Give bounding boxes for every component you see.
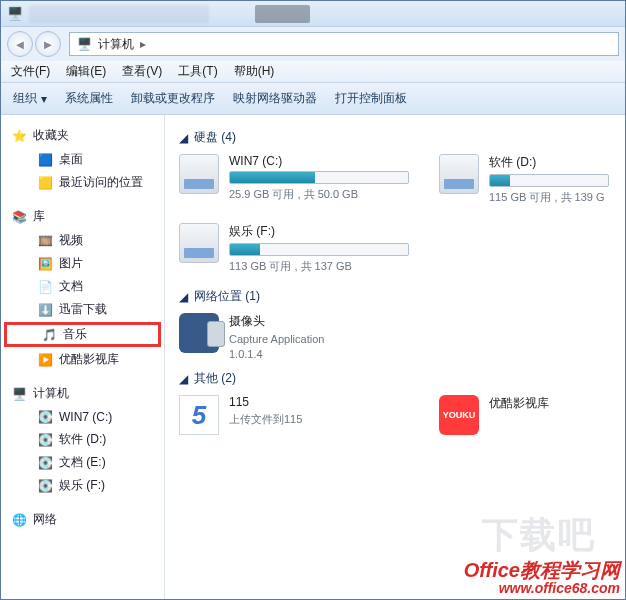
section-netloc[interactable]: ◢ 网络位置 (1) — [179, 288, 611, 305]
address-field[interactable]: 🖥️ 计算机 ▸ — [69, 32, 619, 56]
item-sub: 上传文件到115 — [229, 412, 302, 427]
toolbar-mapdrive[interactable]: 映射网络驱动器 — [233, 90, 317, 107]
drive-usage-text: 113 GB 可用 , 共 137 GB — [229, 259, 409, 274]
menu-edit[interactable]: 编辑(E) — [66, 63, 106, 80]
section-other[interactable]: ◢ 其他 (2) — [179, 370, 611, 387]
youku-icon: YOUKU — [439, 395, 479, 435]
content-area: ⭐ 收藏夹 🟦 桌面 🟨 最近访问的位置 📚 库 🎞️ 视频 🖼️ — [1, 115, 625, 599]
sidebar-favorites[interactable]: ⭐ 收藏夹 — [1, 123, 164, 148]
title-blur2 — [255, 5, 310, 23]
forward-button[interactable]: ► — [35, 31, 61, 57]
sidebar-item-label: 文档 — [59, 278, 83, 295]
usage-meter — [229, 171, 409, 184]
title-blur — [29, 5, 209, 23]
music-icon: 🎵 — [41, 327, 57, 343]
drive-icon: 💽 — [37, 478, 53, 494]
sidebar-item-drive-e[interactable]: 💽 文档 (E:) — [1, 451, 164, 474]
sidebar-item-music[interactable]: 🎵 音乐 — [5, 323, 160, 346]
sidebar-item-desktop[interactable]: 🟦 桌面 — [1, 148, 164, 171]
computer-icon: 🖥️ — [11, 386, 27, 402]
sidebar-item-label: 图片 — [59, 255, 83, 272]
sidebar-item-thunder[interactable]: ⬇️ 迅雷下载 — [1, 298, 164, 321]
section-header-label: 其他 (2) — [194, 370, 236, 387]
sidebar-item-label: 最近访问的位置 — [59, 174, 143, 191]
sidebar-item-label: 桌面 — [59, 151, 83, 168]
library-icon: 📚 — [11, 209, 27, 225]
sidebar-item-drive-c[interactable]: 💽 WIN7 (C:) — [1, 406, 164, 428]
drive-f[interactable]: 娱乐 (F:) 113 GB 可用 , 共 137 GB — [179, 223, 409, 274]
section-header-label: 网络位置 (1) — [194, 288, 260, 305]
menu-tools[interactable]: 工具(T) — [178, 63, 217, 80]
organize-label: 组织 — [13, 90, 37, 107]
usage-meter — [489, 174, 609, 187]
drive-grid: WIN7 (C:) 25.9 GB 可用 , 共 50.0 GB 软件 (D:)… — [179, 154, 611, 274]
menu-view[interactable]: 查看(V) — [122, 63, 162, 80]
menu-file[interactable]: 文件(F) — [11, 63, 50, 80]
recent-icon: 🟨 — [37, 175, 53, 191]
collapse-arrow-icon: ◢ — [179, 290, 188, 304]
drive-name: 软件 (D:) — [489, 154, 609, 171]
main-pane: ◢ 硬盘 (4) WIN7 (C:) 25.9 GB 可用 , 共 50.0 G… — [165, 115, 625, 599]
sidebar-item-videos[interactable]: 🎞️ 视频 — [1, 229, 164, 252]
sidebar-item-documents[interactable]: 📄 文档 — [1, 275, 164, 298]
breadcrumb-sep[interactable]: ▸ — [140, 37, 146, 51]
picture-icon: 🖼️ — [37, 256, 53, 272]
menu-bar: 文件(F) 编辑(E) 查看(V) 工具(T) 帮助(H) — [1, 61, 625, 83]
sidebar-item-youku[interactable]: ▶️ 优酷影视库 — [1, 348, 164, 371]
window-icon: 🖥️ — [7, 6, 23, 21]
document-icon: 📄 — [37, 279, 53, 295]
watermark: Office教程学习网 www.office68.com — [464, 559, 620, 596]
toolbar-sysprops[interactable]: 系统属性 — [65, 90, 113, 107]
watermark-line2: www.office68.com — [464, 581, 620, 596]
sidebar-item-label: 软件 (D:) — [59, 431, 106, 448]
thunder-icon: ⬇️ — [37, 302, 53, 318]
collapse-arrow-icon: ◢ — [179, 131, 188, 145]
sidebar-item-recent[interactable]: 🟨 最近访问的位置 — [1, 171, 164, 194]
drive-icon: 💽 — [37, 455, 53, 471]
netloc-camera[interactable]: 摄像头 Capture Application 1.0.1.4 — [179, 313, 409, 360]
other-youku[interactable]: YOUKU 优酷影视库 — [439, 395, 609, 435]
other-115[interactable]: 5 115 上传文件到115 — [179, 395, 409, 435]
titlebar: 🖥️ — [1, 1, 625, 27]
item-sub2: 1.0.1.4 — [229, 348, 324, 360]
collapse-arrow-icon: ◢ — [179, 372, 188, 386]
drive-icon: 💽 — [37, 409, 53, 425]
menu-help[interactable]: 帮助(H) — [234, 63, 275, 80]
back-button[interactable]: ◄ — [7, 31, 33, 57]
sidebar-favorites-label: 收藏夹 — [33, 127, 69, 144]
sidebar-item-label: 文档 (E:) — [59, 454, 106, 471]
explorer-window: 🖥️ ◄ ► 🖥️ 计算机 ▸ 文件(F) 编辑(E) 查看(V) 工具(T) … — [0, 0, 626, 600]
toolbar-uninstall[interactable]: 卸载或更改程序 — [131, 90, 215, 107]
usage-meter — [229, 243, 409, 256]
breadcrumb-root[interactable]: 计算机 — [98, 36, 134, 53]
sidebar-item-drive-d[interactable]: 💽 软件 (D:) — [1, 428, 164, 451]
drive-usage-text: 115 GB 可用 , 共 139 G — [489, 190, 609, 205]
computer-icon: 🖥️ — [76, 36, 92, 52]
drive-icon: 💽 — [37, 432, 53, 448]
item-title: 摄像头 — [229, 313, 324, 330]
sidebar-item-label: 迅雷下载 — [59, 301, 107, 318]
watermark-line1: Office教程学习网 — [464, 559, 620, 581]
sidebar-item-pictures[interactable]: 🖼️ 图片 — [1, 252, 164, 275]
desktop-icon: 🟦 — [37, 152, 53, 168]
section-disks[interactable]: ◢ 硬盘 (4) — [179, 129, 611, 146]
drive-icon — [179, 223, 219, 263]
drive-icon — [179, 154, 219, 194]
drive-d[interactable]: 软件 (D:) 115 GB 可用 , 共 139 G — [439, 154, 609, 205]
chevron-down-icon: ▾ — [41, 92, 47, 106]
item-title: 优酷影视库 — [489, 395, 549, 412]
sidebar-libraries[interactable]: 📚 库 — [1, 204, 164, 229]
drive-c[interactable]: WIN7 (C:) 25.9 GB 可用 , 共 50.0 GB — [179, 154, 409, 205]
sidebar-network[interactable]: 🌐 网络 — [1, 507, 164, 532]
sidebar-item-drive-f[interactable]: 💽 娱乐 (F:) — [1, 474, 164, 497]
organize-button[interactable]: 组织 ▾ — [13, 90, 47, 107]
toolbar-controlpanel[interactable]: 打开控制面板 — [335, 90, 407, 107]
address-bar-row: ◄ ► 🖥️ 计算机 ▸ — [1, 27, 625, 61]
drive-name: WIN7 (C:) — [229, 154, 409, 168]
sidebar-computer[interactable]: 🖥️ 计算机 — [1, 381, 164, 406]
item-sub1: Capture Application — [229, 333, 324, 345]
sidebar-libraries-label: 库 — [33, 208, 45, 225]
115-icon: 5 — [179, 395, 219, 435]
network-icon: 🌐 — [11, 512, 27, 528]
sidebar-item-label: WIN7 (C:) — [59, 410, 112, 424]
